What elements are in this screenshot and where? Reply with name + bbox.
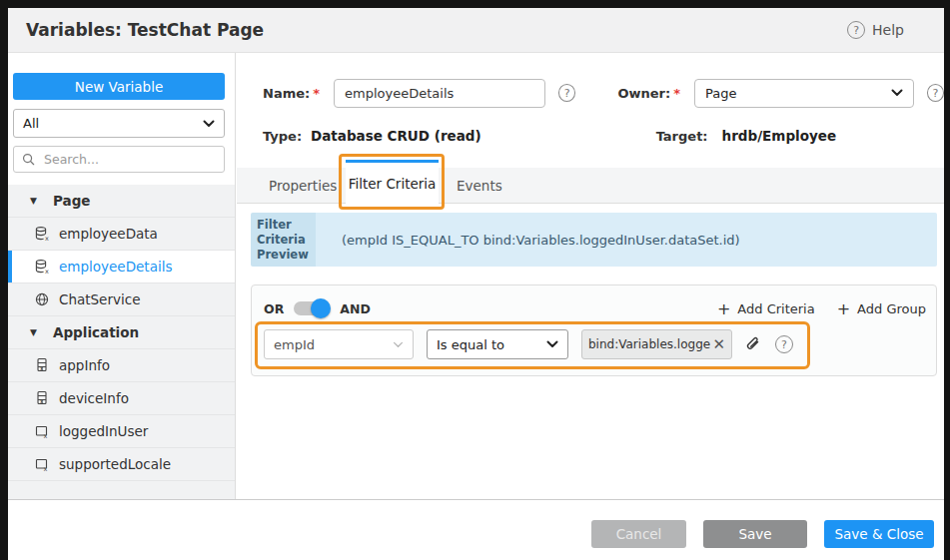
toggle-knob: [311, 298, 331, 318]
variables-list: ▼ Page x employeeData x employeeDetails …: [8, 185, 235, 499]
required-marker: *: [313, 86, 320, 101]
and-label: AND: [340, 301, 371, 316]
save-button[interactable]: Save: [703, 520, 807, 548]
target-label: Target:: [656, 129, 708, 144]
type-label: Type:: [263, 129, 311, 144]
owner-select[interactable]: Page: [694, 79, 914, 108]
bound-value-text: bind:Variables.loggedInU: [588, 337, 710, 351]
or-label: OR: [264, 301, 284, 316]
bound-value-chip[interactable]: bind:Variables.loggedInU ✕: [581, 329, 732, 359]
operator-value: Is equal to: [437, 337, 504, 352]
field-value: empId: [274, 337, 315, 352]
chevron-down-icon: ▼: [30, 327, 46, 337]
variable-filter-select[interactable]: All: [13, 109, 225, 138]
variable-detail-panel: Name:* ? Owner:* Page ? Type: Database C…: [237, 53, 944, 499]
database-icon: x: [34, 259, 50, 275]
save-and-close-button[interactable]: Save & Close: [824, 520, 934, 548]
chevron-down-icon: [891, 89, 903, 97]
svg-text:x: x: [44, 465, 48, 473]
dialog-footer: Cancel Save Save & Close: [8, 499, 944, 560]
clear-value-icon[interactable]: ✕: [712, 335, 725, 353]
field-select[interactable]: empId: [264, 329, 414, 359]
help-icon: ?: [847, 21, 865, 39]
search-icon: [22, 153, 35, 166]
or-and-toggle[interactable]: [294, 301, 328, 315]
name-label: Name:*: [263, 86, 320, 101]
variables-sidebar: New Variable All ▼ Page x employeeData: [8, 53, 236, 499]
sidebar-group-page[interactable]: ▼ Page: [8, 185, 235, 218]
criteria-row: empId Is equal to bind:Variables.loggedI…: [264, 329, 793, 359]
chevron-down-icon: ▼: [30, 196, 46, 206]
operator-select[interactable]: Is equal to: [427, 329, 568, 359]
dialog-title: Variables: TestChat Page: [8, 20, 264, 40]
sidebar-group-application[interactable]: ▼ Application: [8, 316, 235, 349]
search-input[interactable]: [42, 151, 216, 168]
help-label: Help: [872, 22, 904, 38]
variables-dialog: Variables: TestChat Page ? Help New Vari…: [8, 8, 944, 560]
plus-icon: +: [717, 299, 730, 318]
name-help-icon[interactable]: ?: [558, 84, 575, 102]
variable-icon: x: [34, 456, 50, 472]
dialog-header: Variables: TestChat Page ? Help: [8, 8, 944, 53]
type-value: Database CRUD (read): [311, 128, 481, 144]
sidebar-item-employeedata[interactable]: x employeeData: [8, 218, 235, 251]
owner-help-icon[interactable]: ?: [927, 84, 944, 102]
tab-bar: Properties Filter Criteria Events: [237, 168, 944, 204]
criteria-help-icon[interactable]: ?: [775, 335, 793, 353]
chevron-down-icon: [203, 120, 215, 128]
variable-filter-value: All: [23, 116, 39, 131]
sidebar-item-appinfo[interactable]: x appInfo: [8, 349, 235, 382]
database-icon: x: [34, 226, 50, 242]
new-variable-button[interactable]: New Variable: [13, 73, 225, 100]
bind-paperclip-icon[interactable]: [744, 336, 761, 353]
cancel-button[interactable]: Cancel: [591, 520, 686, 548]
tab-events[interactable]: Events: [453, 168, 506, 204]
target-value: hrdb/Employee: [722, 128, 837, 144]
tab-properties[interactable]: Properties: [265, 168, 341, 204]
help-button[interactable]: ? Help: [847, 21, 904, 39]
add-group-button[interactable]: + Add Group: [837, 299, 926, 318]
chevron-down-icon: [393, 341, 404, 348]
svg-text:x: x: [45, 268, 49, 275]
filter-criteria-preview: Filter Criteria Preview (empId IS_EQUAL_…: [251, 213, 937, 267]
model-icon: x: [34, 357, 50, 373]
owner-value: Page: [705, 86, 736, 101]
sidebar-item-deviceinfo[interactable]: x deviceInfo: [8, 382, 235, 415]
owner-label: Owner:*: [617, 86, 680, 101]
tab-filter-criteria[interactable]: Filter Criteria: [346, 160, 439, 205]
name-input[interactable]: [334, 79, 545, 108]
filter-criteria-preview-label: Filter Criteria Preview: [251, 213, 316, 267]
chevron-down-icon: [546, 340, 558, 348]
sidebar-item-loggedinuser[interactable]: x loggedInUser: [8, 415, 235, 448]
filter-criteria-preview-value: (empId IS_EQUAL_TO bind:Variables.logged…: [316, 213, 937, 267]
sidebar-item-chatservice[interactable]: ChatService: [8, 283, 235, 316]
variable-search-box[interactable]: [13, 146, 225, 173]
sidebar-item-supportedlocale[interactable]: x supportedLocale: [8, 448, 235, 481]
required-marker: *: [673, 86, 680, 101]
svg-text:x: x: [44, 432, 48, 440]
web-service-icon: [34, 291, 50, 307]
model-icon: x: [34, 390, 50, 406]
sidebar-item-employeedetails[interactable]: x employeeDetails: [8, 251, 235, 283]
svg-text:x: x: [45, 235, 49, 242]
add-criteria-button[interactable]: + Add Criteria: [717, 299, 815, 318]
screen: Variables: TestChat Page ? Help New Vari…: [0, 0, 950, 560]
variable-icon: x: [34, 423, 50, 439]
plus-icon: +: [837, 299, 850, 318]
criteria-builder: OR AND + Add Criteria + Add Group empId: [251, 284, 937, 376]
